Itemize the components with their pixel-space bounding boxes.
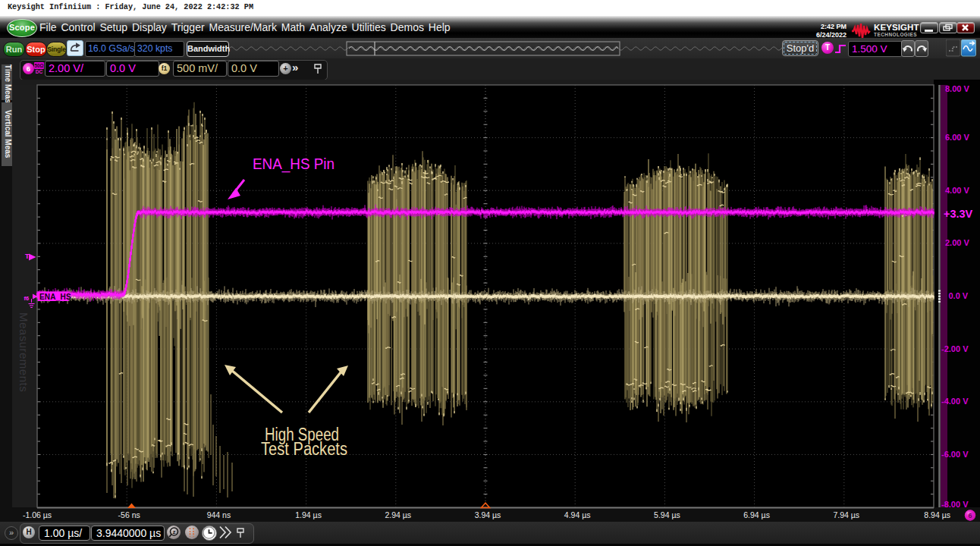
svg-text:-1.06 µs: -1.06 µs (23, 510, 52, 519)
svg-text:0.0 V: 0.0 V (949, 291, 969, 300)
svg-text:f6: f6 (24, 295, 30, 302)
svg-text:-56 ns: -56 ns (118, 510, 140, 519)
svg-text:Test Packets: Test Packets (261, 439, 347, 459)
svg-text:-6.00 V: -6.00 V (941, 450, 969, 459)
svg-text:+3.3V: +3.3V (944, 208, 973, 220)
svg-text:8.00 V: 8.00 V (945, 84, 969, 93)
svg-text:3.94 µs: 3.94 µs (475, 510, 501, 519)
svg-text:-8.00 V: -8.00 V (941, 500, 969, 509)
svg-text:-2.00 V: -2.00 V (941, 344, 969, 353)
svg-text:4.00 V: 4.00 V (945, 186, 969, 195)
svg-text:2.00 V: 2.00 V (945, 238, 969, 247)
svg-text:z: z (173, 529, 176, 535)
svg-text:ENA_HS Pin: ENA_HS Pin (253, 155, 335, 173)
svg-text:944 ns: 944 ns (207, 510, 231, 519)
svg-text:6.94 µs: 6.94 µs (743, 510, 770, 519)
svg-text:5.94 µs: 5.94 µs (654, 510, 680, 519)
svg-text:8.94 µs: 8.94 µs (924, 510, 950, 519)
svg-text:-4.00 V: -4.00 V (941, 397, 969, 406)
svg-text:Measurements: Measurements (17, 312, 30, 392)
svg-text:2.94 µs: 2.94 µs (385, 510, 411, 519)
svg-text:1.94 µs: 1.94 µs (295, 510, 322, 519)
svg-text:6: 6 (968, 512, 972, 519)
svg-text:7.94 µs: 7.94 µs (833, 510, 859, 519)
svg-text:ENA_HS: ENA_HS (39, 293, 71, 301)
svg-text:4.94 µs: 4.94 µs (564, 510, 591, 519)
svg-text:6.00 V: 6.00 V (945, 133, 969, 142)
